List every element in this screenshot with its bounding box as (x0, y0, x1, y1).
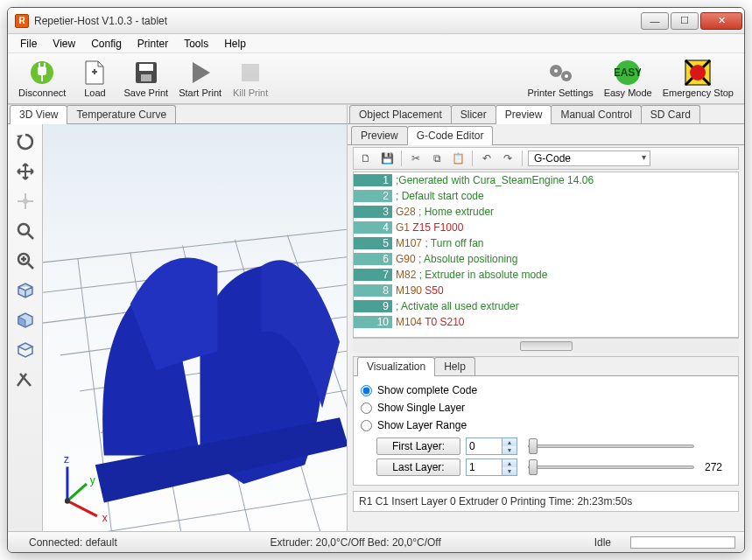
menu-config[interactable]: Config (84, 36, 129, 52)
printer-settings-button[interactable]: Printer Settings (522, 56, 598, 102)
cut-icon[interactable]: ✂ (407, 150, 425, 167)
move-tool[interactable] (11, 158, 39, 186)
easy-mode-button[interactable]: EASY Easy Mode (599, 56, 657, 102)
radio-show-single[interactable]: Show Single Layer (361, 399, 731, 416)
tab-manual-control[interactable]: Manual Control (551, 105, 641, 123)
subtab-gcode-editor[interactable]: G-Code Editor (407, 126, 494, 145)
close-button[interactable]: ✕ (700, 12, 742, 30)
menu-view[interactable]: View (46, 36, 82, 52)
gcode-line[interactable]: 4G1 Z15 F1000 (354, 220, 738, 235)
max-layer-label: 272 (705, 461, 731, 473)
emergency-stop-button[interactable]: Emergency Stop (657, 56, 739, 102)
maximize-button[interactable]: ☐ (671, 12, 699, 30)
menu-printer[interactable]: Printer (130, 36, 175, 52)
svg-point-16 (690, 65, 706, 80)
titlebar: R Repetier-Host V1.0.3 - tablet — ☐ ✕ (8, 8, 744, 34)
svg-point-10 (554, 69, 558, 73)
last-layer-down[interactable]: ▼ (503, 467, 517, 475)
copy-icon[interactable]: ⧉ (428, 150, 446, 167)
parallel-lines-tool[interactable] (11, 366, 39, 394)
disconnect-button[interactable]: Disconnect (13, 56, 71, 102)
svg-rect-2 (39, 63, 40, 67)
last-layer-slider[interactable] (528, 466, 694, 469)
first-layer-spinner[interactable]: ▲▼ (466, 438, 517, 455)
menu-help[interactable]: Help (217, 36, 253, 52)
paste-icon[interactable]: 📋 (449, 150, 467, 167)
subtab-preview[interactable]: Preview (351, 126, 408, 144)
last-layer-input[interactable] (467, 459, 502, 475)
radio-complete-input[interactable] (361, 385, 372, 396)
iso-view-tool[interactable] (11, 276, 39, 304)
tab-sd-card[interactable]: SD Card (641, 105, 700, 123)
radio-single-input[interactable] (361, 402, 372, 414)
window-title: Repetier-Host V1.0.3 - tablet (34, 15, 641, 27)
svg-rect-6 (139, 64, 153, 71)
gcode-line[interactable]: 2; Default start code (354, 188, 738, 204)
save-print-label: Save Print (123, 88, 168, 98)
load-button[interactable]: Load (71, 56, 118, 102)
gcode-editor[interactable]: 1;Generated with Cura_SteamEngine 14.062… (353, 172, 739, 338)
first-layer-input[interactable] (467, 438, 502, 454)
tab-object-placement[interactable]: Object Placement (349, 105, 452, 123)
radio-show-range[interactable]: Show Layer Range (361, 416, 731, 434)
gcode-type-dropdown[interactable]: G-Code (528, 150, 650, 166)
gcode-line[interactable]: 3G28 ; Home extruder (354, 204, 738, 220)
tab-slicer[interactable]: Slicer (451, 105, 496, 123)
last-layer-spinner[interactable]: ▲▼ (466, 458, 517, 476)
first-layer-slider[interactable] (528, 444, 694, 448)
save-icon (133, 60, 159, 86)
printer-settings-label: Printer Settings (527, 88, 593, 98)
svg-rect-8 (242, 64, 259, 81)
tab-preview[interactable]: Preview (495, 105, 552, 124)
app-icon: R (15, 14, 29, 28)
kill-print-button[interactable]: Kill Print (227, 56, 274, 102)
gcode-line[interactable]: 9; Activate all used extruder (354, 298, 738, 314)
gcode-line[interactable]: 8M190 S50 (354, 283, 738, 298)
start-print-button[interactable]: Start Print (173, 56, 227, 102)
new-file-icon[interactable]: 🗋 (357, 150, 375, 167)
gcode-line[interactable]: 5M107 ; Turn off fan (354, 235, 738, 251)
top-view-tool[interactable] (11, 336, 39, 364)
horizontal-scrollbar[interactable] (353, 338, 739, 353)
first-layer-button[interactable]: First Layer: (376, 438, 460, 455)
tab-visualization[interactable]: Visualization (357, 357, 435, 376)
undo-icon[interactable]: ↶ (478, 150, 495, 167)
save-print-button[interactable]: Save Print (118, 56, 173, 102)
gcode-line[interactable]: 10M104 T0 S210 (354, 314, 738, 330)
last-layer-up[interactable]: ▲ (503, 459, 517, 467)
left-tabs: 3D View Temperature Curve (8, 105, 347, 124)
move-object-tool[interactable] (11, 187, 39, 215)
emergency-stop-label: Emergency Stop (663, 88, 734, 98)
svg-rect-4 (41, 74, 43, 81)
view-toolbar (8, 124, 43, 531)
tab-help[interactable]: Help (434, 357, 475, 375)
menu-file[interactable]: File (13, 36, 44, 52)
3d-canvas[interactable]: x y z (43, 124, 347, 531)
editor-toolbar: 🗋 💾 ✂ ⧉ 📋 ↶ ↷ G-Code (353, 147, 739, 170)
last-layer-button[interactable]: Last Layer: (376, 458, 460, 476)
svg-rect-3 (44, 63, 46, 67)
tab-3d-view[interactable]: 3D View (10, 105, 67, 124)
minimize-button[interactable]: — (641, 12, 669, 30)
radio-show-complete[interactable]: Show complete Code (361, 382, 731, 399)
gcode-line[interactable]: 1;Generated with Cura_SteamEngine 14.06 (354, 172, 738, 188)
first-layer-up[interactable]: ▲ (503, 438, 517, 446)
gcode-line[interactable]: 7M82 ; Extruder in absolute mode (354, 267, 738, 283)
menu-tools[interactable]: Tools (177, 36, 215, 52)
svg-point-17 (23, 199, 28, 204)
zoom-tool[interactable] (11, 217, 39, 245)
gcode-line[interactable]: 6G90 ; Absolute positioning (354, 251, 738, 267)
emergency-stop-icon (685, 60, 711, 86)
front-view-tool[interactable] (11, 306, 39, 334)
save-file-icon[interactable]: 💾 (378, 150, 396, 167)
tab-temperature-curve[interactable]: Temperature Curve (67, 105, 176, 123)
redo-icon[interactable]: ↷ (499, 150, 517, 167)
file-plus-icon (81, 60, 108, 86)
radio-range-input[interactable] (361, 420, 372, 431)
first-layer-down[interactable]: ▼ (503, 446, 517, 454)
stop-icon (237, 60, 264, 86)
plug-icon (29, 60, 55, 86)
rotate-tool[interactable] (11, 128, 39, 156)
zoom-fit-tool[interactable] (11, 247, 39, 275)
right-tabs: Object Placement Slicer Preview Manual C… (348, 105, 744, 124)
